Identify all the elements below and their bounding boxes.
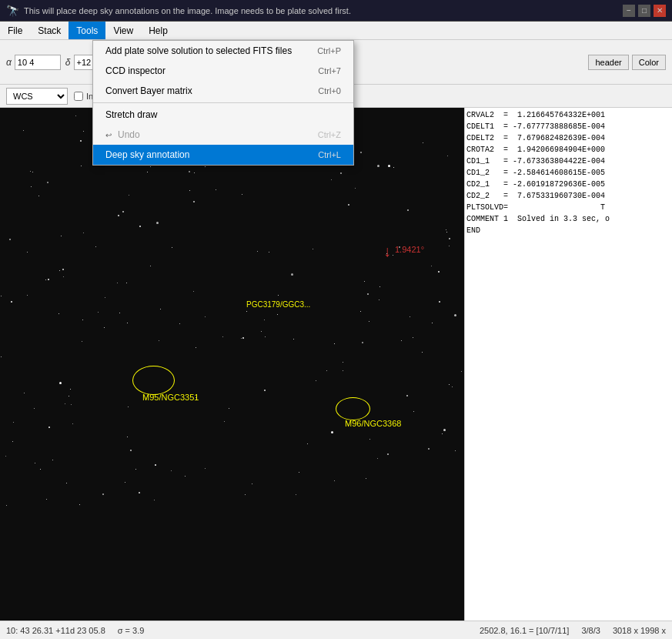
- star: [150, 266, 151, 266]
- alpha-input[interactable]: [15, 55, 61, 70]
- header-button[interactable]: header: [588, 55, 628, 70]
- fits-line-end: END: [466, 225, 670, 236]
- star: [366, 478, 366, 479]
- status-bar: 10: 43 26.31 +11d 23 05.8 σ = 3.9 2502.8…: [0, 621, 672, 639]
- wcs-select[interactable]: WCS RA/Dec Alt/Az: [6, 88, 68, 105]
- star: [155, 464, 156, 466]
- tools-dropdown: Add plate solve solution to selected FIT…: [92, 40, 354, 166]
- color-button[interactable]: Color: [632, 55, 666, 70]
- star: [360, 152, 362, 153]
- star: [48, 427, 50, 428]
- menu-view[interactable]: View: [105, 22, 141, 39]
- star: [245, 494, 246, 495]
- star: [264, 320, 265, 320]
- star: [291, 273, 293, 276]
- star: [443, 429, 446, 431]
- star: [331, 431, 333, 433]
- dropdown-add-plate-solve[interactable]: Add plate solve solution to selected FIT…: [93, 41, 353, 61]
- dropdown-deep-sky[interactable]: Deep sky annotation Ctrl+L: [93, 145, 353, 165]
- minimize-button[interactable]: −: [623, 5, 635, 17]
- star: [413, 411, 414, 412]
- star: [252, 483, 252, 484]
- star: [31, 186, 32, 187]
- star: [455, 450, 456, 451]
- status-right: 2502.8, 16.1 = [10/7/11] 3/8/3 3018 x 19…: [480, 626, 666, 635]
- star: [150, 166, 151, 167]
- star: [442, 433, 443, 434]
- star: [79, 504, 80, 505]
- star: [46, 499, 47, 500]
- star: [135, 469, 136, 470]
- deep-sky-shortcut: Ctrl+L: [318, 150, 341, 159]
- star: [130, 450, 132, 451]
- star: [216, 189, 216, 190]
- star: [127, 437, 128, 437]
- window-controls: − □ ✕: [623, 5, 666, 17]
- maximize-button[interactable]: □: [638, 5, 650, 17]
- star: [331, 179, 332, 180]
- star: [66, 483, 67, 483]
- star: [32, 172, 33, 172]
- star: [59, 313, 59, 314]
- star: [229, 408, 229, 409]
- fits-panel[interactable]: CRVAL2 = 1.216645764332E+001 CDELT1 = -7…: [464, 108, 672, 621]
- star: [129, 195, 129, 196]
- star: [461, 371, 462, 372]
- star: [410, 316, 410, 317]
- star: [23, 130, 24, 131]
- star: [125, 482, 125, 483]
- fits-line-cd21: CD2_1 = -2.601918729636E-005: [466, 179, 670, 190]
- star: [377, 458, 378, 459]
- star: [12, 441, 13, 442]
- dropdown-ccd-inspector[interactable]: CCD inspector Ctrl+7: [93, 61, 353, 81]
- star: [343, 370, 343, 371]
- star: [269, 252, 269, 253]
- star: [446, 232, 447, 233]
- star: [401, 340, 402, 341]
- star: [61, 236, 62, 236]
- star: [156, 222, 159, 224]
- star: [449, 246, 450, 246]
- star: [83, 233, 84, 233]
- star: [193, 201, 195, 202]
- star: [118, 215, 119, 216]
- close-button[interactable]: ✕: [654, 5, 666, 17]
- dropdown-convert-bayer[interactable]: Convert Bayer matrix Ctrl+0: [93, 81, 353, 101]
- star: [1, 356, 2, 357]
- star: [117, 283, 118, 283]
- status-page: 3/8/3: [581, 626, 600, 635]
- star: [264, 390, 266, 391]
- star: [307, 443, 308, 444]
- star: [47, 182, 48, 183]
- star: [38, 196, 39, 196]
- star: [362, 342, 363, 343]
- star: [63, 276, 64, 277]
- menu-help[interactable]: Help: [141, 22, 176, 39]
- star: [340, 172, 342, 174]
- star: [242, 337, 244, 339]
- star: [52, 460, 53, 460]
- star: [196, 347, 196, 348]
- fits-line-pltsolvd: PLTSOLVD= T: [466, 202, 670, 213]
- inverse-mouse-wheel-checkbox[interactable]: [74, 92, 83, 101]
- fits-line-comment: COMMENT 1 Solved in 3.3 sec, o: [466, 213, 670, 225]
- star: [334, 343, 335, 344]
- dropdown-stretch-draw[interactable]: Stretch draw: [93, 105, 353, 125]
- image-area[interactable]: M95/NGC3351 M96/NGC3368 IC643/PGC32392 I…: [0, 108, 464, 621]
- star: [5, 456, 6, 457]
- star: [316, 380, 316, 381]
- fits-line-cdelt1: CDELT1 = -7.677773888685E-004: [466, 121, 670, 132]
- menu-tools[interactable]: Tools: [69, 22, 105, 39]
- star: [75, 115, 76, 116]
- star: [449, 384, 450, 385]
- menu-file[interactable]: File: [0, 22, 30, 39]
- star: [431, 266, 432, 266]
- star: [189, 171, 190, 172]
- star: [446, 229, 446, 230]
- star: [242, 194, 242, 195]
- star: [27, 252, 28, 253]
- star: [81, 166, 82, 166]
- star: [127, 323, 128, 323]
- star: [6, 505, 7, 506]
- menu-stack[interactable]: Stack: [30, 22, 69, 39]
